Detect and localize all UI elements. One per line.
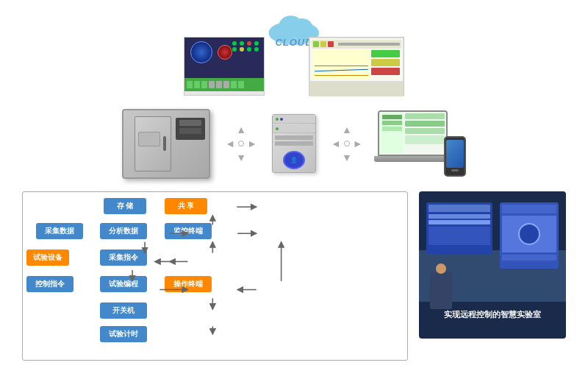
flow-diagram: 存 储 共 享 采集数据 分析数据 监控终端 试验设备 采集指令 控制指令 试验…	[22, 191, 408, 361]
arrows-cluster: ▲ ◄ ► ▼	[225, 124, 257, 163]
right-panel-image: 实现远程控制的智慧实验室	[419, 191, 566, 339]
node-kaiguanji: 开关机	[100, 302, 147, 319]
node-shiyan-jishi: 试验计时	[100, 326, 147, 342]
laptop-image	[378, 110, 466, 177]
right-panel-label: 实现远程控制的智慧实验室	[426, 309, 559, 320]
arrows-cluster-right: ▲ ◄ ► ▼	[331, 124, 363, 163]
bottom-section: 存 储 共 享 采集数据 分析数据 监控终端 试验设备 采集指令 控制指令 试验…	[0, 191, 588, 361]
node-shiyan-shebei: 试验设备	[26, 250, 69, 266]
node-gong-xiang: 共 享	[165, 198, 207, 214]
main-container: CLOUD	[0, 0, 588, 368]
server-image: 👤	[272, 114, 316, 173]
control-panel-image	[184, 37, 265, 96]
node-caozuo-zhongduan: 操作终端	[165, 276, 212, 292]
monitor-image	[309, 37, 404, 96]
cloud-label: CLOUD	[275, 37, 312, 48]
node-fenxi-shuju: 分析数据	[100, 223, 147, 239]
node-jiankon-zhongduan: 监控终端	[165, 223, 212, 239]
flow-arrows-svg	[23, 192, 407, 360]
node-caiji-zhiling: 采集指令	[100, 250, 147, 266]
node-cun-chu: 存 储	[104, 198, 146, 214]
top-section: CLOUD	[0, 0, 588, 96]
node-kongzhi-zhiling: 控制指令	[26, 276, 74, 292]
chamber-image	[122, 109, 210, 179]
svg-point-4	[291, 18, 312, 37]
middle-section: ▲ ◄ ► ▼ 👤 ▲	[0, 96, 588, 191]
node-caiji-shuju: 采集数据	[36, 223, 83, 239]
phone-image	[444, 136, 466, 177]
node-shiyan-biancheng: 试验编程	[100, 276, 147, 292]
